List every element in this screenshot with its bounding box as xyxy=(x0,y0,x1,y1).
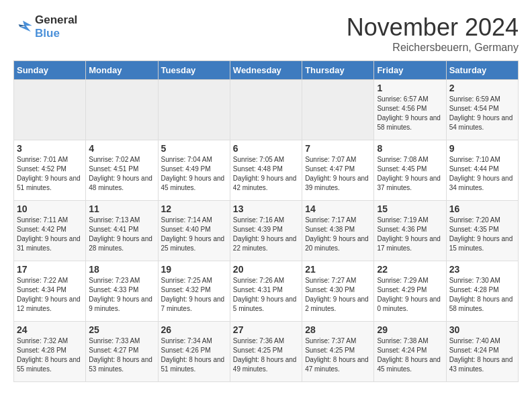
day-cell: 14Sunrise: 7:17 AM Sunset: 4:38 PM Dayli… xyxy=(302,201,374,261)
day-info: Sunrise: 7:10 AM Sunset: 4:44 PM Dayligh… xyxy=(449,155,515,193)
day-cell: 24Sunrise: 7:32 AM Sunset: 4:28 PM Dayli… xyxy=(14,322,86,382)
day-number: 7 xyxy=(305,143,371,154)
day-info: Sunrise: 7:01 AM Sunset: 4:52 PM Dayligh… xyxy=(17,155,83,193)
day-info: Sunrise: 7:26 AM Sunset: 4:31 PM Dayligh… xyxy=(233,276,299,314)
day-number: 8 xyxy=(377,143,443,154)
day-number: 12 xyxy=(161,203,227,214)
day-cell: 13Sunrise: 7:16 AM Sunset: 4:39 PM Dayli… xyxy=(230,201,302,261)
day-number: 30 xyxy=(449,324,515,335)
day-cell xyxy=(86,80,158,140)
day-info: Sunrise: 7:37 AM Sunset: 4:25 PM Dayligh… xyxy=(305,336,371,374)
day-info: Sunrise: 6:57 AM Sunset: 4:56 PM Dayligh… xyxy=(377,95,443,132)
week-row-2: 3Sunrise: 7:01 AM Sunset: 4:52 PM Daylig… xyxy=(14,140,519,201)
day-cell: 12Sunrise: 7:14 AM Sunset: 4:40 PM Dayli… xyxy=(158,201,230,261)
day-info: Sunrise: 7:30 AM Sunset: 4:28 PM Dayligh… xyxy=(449,276,515,314)
day-cell: 10Sunrise: 7:11 AM Sunset: 4:42 PM Dayli… xyxy=(14,201,86,261)
day-number: 27 xyxy=(233,324,299,335)
day-cell: 19Sunrise: 7:25 AM Sunset: 4:32 PM Dayli… xyxy=(158,261,230,322)
day-cell: 6Sunrise: 7:05 AM Sunset: 4:48 PM Daylig… xyxy=(230,140,302,201)
day-info: Sunrise: 7:11 AM Sunset: 4:42 PM Dayligh… xyxy=(17,216,83,253)
day-info: Sunrise: 7:17 AM Sunset: 4:38 PM Dayligh… xyxy=(305,216,371,253)
col-header-wednesday: Wednesday xyxy=(230,61,302,80)
day-number: 1 xyxy=(377,83,443,93)
title-block: November 2024 Reichersbeuern, Germany xyxy=(347,13,519,54)
day-number: 26 xyxy=(161,324,227,335)
day-number: 15 xyxy=(377,203,443,214)
header-row: SundayMondayTuesdayWednesdayThursdayFrid… xyxy=(14,61,519,80)
day-info: Sunrise: 6:59 AM Sunset: 4:54 PM Dayligh… xyxy=(449,95,515,132)
day-info: Sunrise: 7:23 AM Sunset: 4:33 PM Dayligh… xyxy=(89,276,154,314)
day-number: 19 xyxy=(161,264,227,275)
day-cell: 20Sunrise: 7:26 AM Sunset: 4:31 PM Dayli… xyxy=(230,261,302,322)
day-info: Sunrise: 7:14 AM Sunset: 4:40 PM Dayligh… xyxy=(161,216,227,253)
day-cell: 3Sunrise: 7:01 AM Sunset: 4:52 PM Daylig… xyxy=(14,140,86,201)
day-number: 5 xyxy=(161,143,227,154)
day-info: Sunrise: 7:36 AM Sunset: 4:25 PM Dayligh… xyxy=(233,336,299,374)
day-cell xyxy=(14,80,86,140)
day-cell: 16Sunrise: 7:20 AM Sunset: 4:35 PM Dayli… xyxy=(446,201,518,261)
day-info: Sunrise: 7:34 AM Sunset: 4:26 PM Dayligh… xyxy=(161,336,227,374)
day-number: 3 xyxy=(17,143,83,154)
week-row-4: 17Sunrise: 7:22 AM Sunset: 4:34 PM Dayli… xyxy=(14,261,519,322)
day-cell: 4Sunrise: 7:02 AM Sunset: 4:51 PM Daylig… xyxy=(86,140,158,201)
day-number: 16 xyxy=(449,203,515,214)
day-number: 6 xyxy=(233,143,299,154)
day-cell xyxy=(230,80,302,140)
col-header-friday: Friday xyxy=(374,61,446,80)
logo: General Blue xyxy=(13,13,77,40)
day-info: Sunrise: 7:40 AM Sunset: 4:24 PM Dayligh… xyxy=(449,336,515,374)
day-info: Sunrise: 7:13 AM Sunset: 4:41 PM Dayligh… xyxy=(89,216,154,253)
day-info: Sunrise: 7:05 AM Sunset: 4:48 PM Dayligh… xyxy=(233,155,299,193)
day-cell: 18Sunrise: 7:23 AM Sunset: 4:33 PM Dayli… xyxy=(86,261,158,322)
day-info: Sunrise: 7:02 AM Sunset: 4:51 PM Dayligh… xyxy=(89,155,154,193)
day-cell: 2Sunrise: 6:59 AM Sunset: 4:54 PM Daylig… xyxy=(446,80,518,140)
day-info: Sunrise: 7:25 AM Sunset: 4:32 PM Dayligh… xyxy=(161,276,227,314)
day-number: 2 xyxy=(449,83,515,93)
day-cell: 30Sunrise: 7:40 AM Sunset: 4:24 PM Dayli… xyxy=(446,322,518,382)
day-number: 13 xyxy=(233,203,299,214)
day-cell: 11Sunrise: 7:13 AM Sunset: 4:41 PM Dayli… xyxy=(86,201,158,261)
day-cell: 25Sunrise: 7:33 AM Sunset: 4:27 PM Dayli… xyxy=(86,322,158,382)
col-header-tuesday: Tuesday xyxy=(158,61,230,80)
day-number: 29 xyxy=(377,324,443,335)
day-info: Sunrise: 7:29 AM Sunset: 4:29 PM Dayligh… xyxy=(377,276,443,314)
day-cell: 26Sunrise: 7:34 AM Sunset: 4:26 PM Dayli… xyxy=(158,322,230,382)
day-number: 10 xyxy=(17,203,83,214)
day-cell: 29Sunrise: 7:38 AM Sunset: 4:24 PM Dayli… xyxy=(374,322,446,382)
day-cell: 21Sunrise: 7:27 AM Sunset: 4:30 PM Dayli… xyxy=(302,261,374,322)
day-info: Sunrise: 7:38 AM Sunset: 4:24 PM Dayligh… xyxy=(377,336,443,374)
day-cell xyxy=(158,80,230,140)
day-cell: 23Sunrise: 7:30 AM Sunset: 4:28 PM Dayli… xyxy=(446,261,518,322)
week-row-5: 24Sunrise: 7:32 AM Sunset: 4:28 PM Dayli… xyxy=(14,322,519,382)
day-cell: 28Sunrise: 7:37 AM Sunset: 4:25 PM Dayli… xyxy=(302,322,374,382)
day-info: Sunrise: 7:08 AM Sunset: 4:45 PM Dayligh… xyxy=(377,155,443,193)
location-subtitle: Reichersbeuern, Germany xyxy=(347,42,519,54)
col-header-thursday: Thursday xyxy=(302,61,374,80)
day-number: 17 xyxy=(17,264,83,275)
day-cell: 7Sunrise: 7:07 AM Sunset: 4:47 PM Daylig… xyxy=(302,140,374,201)
col-header-monday: Monday xyxy=(86,61,158,80)
day-cell: 9Sunrise: 7:10 AM Sunset: 4:44 PM Daylig… xyxy=(446,140,518,201)
day-number: 25 xyxy=(89,324,154,335)
day-info: Sunrise: 7:07 AM Sunset: 4:47 PM Dayligh… xyxy=(305,155,371,193)
day-cell xyxy=(302,80,374,140)
day-info: Sunrise: 7:27 AM Sunset: 4:30 PM Dayligh… xyxy=(305,276,371,314)
day-info: Sunrise: 7:22 AM Sunset: 4:34 PM Dayligh… xyxy=(17,276,83,314)
day-cell: 5Sunrise: 7:04 AM Sunset: 4:49 PM Daylig… xyxy=(158,140,230,201)
col-header-saturday: Saturday xyxy=(446,61,518,80)
day-info: Sunrise: 7:20 AM Sunset: 4:35 PM Dayligh… xyxy=(449,216,515,253)
day-cell: 1Sunrise: 6:57 AM Sunset: 4:56 PM Daylig… xyxy=(374,80,446,140)
day-number: 28 xyxy=(305,324,371,335)
day-number: 11 xyxy=(89,203,154,214)
day-number: 23 xyxy=(449,264,515,275)
day-number: 21 xyxy=(305,264,371,275)
day-info: Sunrise: 7:32 AM Sunset: 4:28 PM Dayligh… xyxy=(17,336,83,374)
logo-icon xyxy=(13,19,32,34)
week-row-3: 10Sunrise: 7:11 AM Sunset: 4:42 PM Dayli… xyxy=(14,201,519,261)
month-title: November 2024 xyxy=(347,13,519,42)
day-cell: 27Sunrise: 7:36 AM Sunset: 4:25 PM Dayli… xyxy=(230,322,302,382)
calendar-table: SundayMondayTuesdayWednesdayThursdayFrid… xyxy=(13,60,519,382)
day-info: Sunrise: 7:19 AM Sunset: 4:36 PM Dayligh… xyxy=(377,216,443,253)
day-cell: 15Sunrise: 7:19 AM Sunset: 4:36 PM Dayli… xyxy=(374,201,446,261)
day-info: Sunrise: 7:04 AM Sunset: 4:49 PM Dayligh… xyxy=(161,155,227,193)
